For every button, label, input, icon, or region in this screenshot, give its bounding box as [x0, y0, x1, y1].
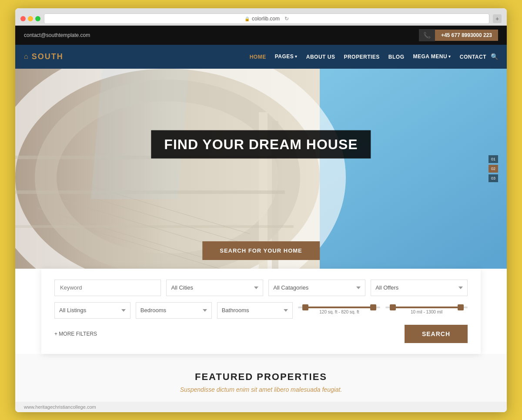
- more-filters-link[interactable]: + MORE FILTERS: [54, 331, 97, 337]
- sqft-fill: [302, 307, 376, 308]
- bedrooms-select[interactable]: Bedrooms 1 2 3: [136, 302, 212, 319]
- site-footer: www.heritagechristiancollege.com: [15, 402, 507, 412]
- phone-number[interactable]: +45 677 8993000 223: [435, 30, 498, 41]
- cities-select[interactable]: All Cities New York Los Angeles: [166, 280, 263, 296]
- listings-select[interactable]: All Listings New Featured: [54, 302, 130, 319]
- search-row-bottom: + MORE FILTERS SEARCH: [54, 325, 468, 343]
- keyword-input[interactable]: [54, 280, 161, 296]
- price-thumb-right[interactable]: [458, 304, 464, 310]
- logo-icon: ⌂: [24, 53, 29, 60]
- sqft-range: 120 sq. ft - 820 sq. ft: [298, 307, 380, 314]
- nav-item-mega[interactable]: MEGA MENU ▾: [413, 53, 451, 60]
- address-bar[interactable]: 🔒 colorlib.com ↻: [44, 13, 489, 24]
- nav-item-properties[interactable]: PROPERTIES: [344, 53, 379, 60]
- traffic-lights: [20, 16, 40, 21]
- refresh-icon[interactable]: ↻: [284, 16, 289, 22]
- nav-item-blog[interactable]: BLOG: [388, 53, 405, 60]
- search-panel: All Cities New York Los Angeles All Cata…: [41, 269, 481, 354]
- nav-link-blog[interactable]: BLOG: [388, 54, 405, 60]
- nav-link-about[interactable]: ABOUT US: [306, 54, 335, 60]
- price-range: 10 mil - 1300 mil: [385, 307, 468, 314]
- maximize-button[interactable]: [35, 16, 40, 21]
- phone-icon-wrap: 📞: [419, 29, 435, 41]
- search-home-button[interactable]: SEARCH FOR YOUR HOME: [202, 241, 320, 260]
- price-thumb-left[interactable]: [390, 304, 396, 310]
- offers-select[interactable]: All Offers For Sale For Rent: [371, 280, 468, 296]
- slide-3[interactable]: 03: [489, 174, 498, 182]
- hero-title: FIND YOUR DREAM HOUSE: [151, 130, 371, 159]
- nav-links: HOME PAGES ▾ ABOUT US PROPERTIES BLOG ME…: [250, 53, 486, 60]
- nav-link-contact[interactable]: CONTACT: [460, 54, 486, 60]
- nav-link-home[interactable]: HOME: [250, 54, 266, 60]
- search-row-1: All Cities New York Los Angeles All Cata…: [54, 280, 468, 296]
- hero-section: FIND YOUR DREAM HOUSE 01 02 03 SEARCH FO…: [15, 69, 507, 269]
- nav-link-mega[interactable]: MEGA MENU ▾: [413, 53, 451, 60]
- price-track: [385, 307, 468, 308]
- minimize-button[interactable]: [28, 16, 33, 21]
- nav-item-contact[interactable]: CONTACT: [460, 53, 486, 60]
- featured-section: FEATURED PROPERTIES Suspendisse dictum e…: [15, 354, 507, 402]
- price-label: 10 mil - 1300 mil: [385, 310, 468, 314]
- sqft-track: [298, 307, 380, 308]
- phone-icon: 📞: [423, 32, 431, 39]
- hero-building-svg: [15, 69, 507, 269]
- url-text: colorlib.com: [252, 16, 280, 22]
- nav-item-pages[interactable]: PAGES ▾: [275, 53, 298, 60]
- nav-item-about[interactable]: ABOUT US: [306, 53, 335, 60]
- sqft-thumb-right[interactable]: [370, 304, 376, 310]
- bathrooms-select[interactable]: Bathrooms 1 2 3: [217, 302, 293, 319]
- top-bar-right: 📞 +45 677 8993000 223: [419, 29, 498, 41]
- slide-indicators: 01 02 03: [489, 155, 498, 182]
- footer-url: www.heritagechristiancollege.com: [24, 404, 96, 410]
- lock-icon: 🔒: [244, 17, 250, 21]
- new-tab-button[interactable]: +: [493, 14, 502, 23]
- sqft-thumb-left[interactable]: [302, 304, 308, 310]
- slide-1[interactable]: 01: [489, 155, 498, 163]
- browser-frame: 🔒 colorlib.com ↻ + contact@southtemplate…: [15, 8, 507, 412]
- slide-2[interactable]: 02: [489, 165, 498, 173]
- featured-title: FEATURED PROPERTIES: [24, 371, 498, 383]
- browser-chrome: 🔒 colorlib.com ↻ +: [15, 8, 507, 26]
- categories-select[interactable]: All Catagories Apartment House: [268, 280, 365, 296]
- contact-email: contact@southtemplate.com: [24, 32, 90, 38]
- sqft-label: 120 sq. ft - 820 sq. ft: [298, 310, 380, 314]
- featured-subtitle: Suspendisse dictum enim sit amet libero …: [24, 386, 498, 393]
- search-button[interactable]: SEARCH: [405, 325, 468, 343]
- nav-link-properties[interactable]: PROPERTIES: [344, 54, 379, 60]
- search-icon[interactable]: 🔍: [491, 53, 498, 60]
- search-row-2: All Listings New Featured Bedrooms 1 2 3…: [54, 302, 468, 319]
- close-button[interactable]: [20, 16, 26, 21]
- price-fill: [390, 307, 464, 308]
- main-nav: ⌂ SOUTH HOME PAGES ▾ ABOUT US PROPERTIES…: [15, 45, 507, 69]
- top-bar: contact@southtemplate.com 📞 +45 677 8993…: [15, 26, 507, 45]
- svg-rect-13: [15, 225, 294, 228]
- nav-link-pages[interactable]: PAGES ▾: [275, 53, 298, 60]
- hero-background: [15, 69, 507, 269]
- nav-item-home[interactable]: HOME: [250, 53, 266, 60]
- logo-text: SOUTH: [32, 52, 64, 61]
- logo[interactable]: ⌂ SOUTH: [24, 52, 64, 61]
